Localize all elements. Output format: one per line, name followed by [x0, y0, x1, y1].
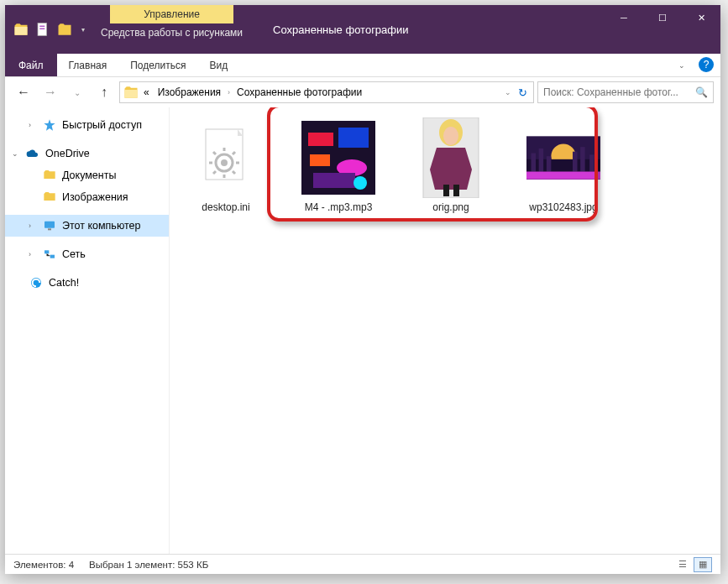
file-icon	[189, 117, 263, 198]
minimize-button[interactable]: ─	[605, 5, 643, 30]
svg-point-17	[354, 176, 367, 190]
file-label: desktop.ini	[202, 201, 249, 213]
ribbon: Файл Главная Поделиться Вид ⌄ ?	[5, 54, 720, 77]
chevron-down-icon[interactable]: ⌄	[12, 149, 20, 158]
properties-icon[interactable]	[35, 22, 50, 37]
breadcrumb[interactable]: Изображения	[155, 86, 224, 98]
star-icon	[42, 117, 57, 133]
svg-rect-16	[313, 173, 355, 188]
address-bar[interactable]: « Изображения › Сохраненные фотографии ⌄…	[119, 81, 534, 103]
chevron-down-icon[interactable]: ⌄	[503, 88, 513, 96]
qat-dropdown-icon[interactable]: ▾	[79, 25, 87, 34]
tab-home[interactable]: Главная	[57, 54, 119, 76]
forward-button[interactable]: →	[39, 81, 62, 104]
svg-rect-32	[526, 172, 600, 180]
sidebar-item-network[interactable]: › Сеть	[5, 243, 169, 265]
svg-rect-31	[589, 154, 594, 171]
file-item-wp-jpg[interactable]: wp3102483.jpg	[517, 117, 610, 213]
file-tab[interactable]: Файл	[5, 54, 57, 76]
address-row: ← → ⌄ ↑ « Изображения › Сохраненные фото…	[5, 77, 720, 107]
sidebar-item-this-pc[interactable]: › Этот компьютер	[5, 215, 169, 237]
tree-label: Быстрый доступ	[62, 119, 142, 131]
window-controls: ─ ☐ ✕	[605, 5, 720, 54]
monitor-icon	[42, 218, 57, 233]
search-icon: 🔍	[695, 86, 708, 98]
tree-label: Документы	[62, 169, 116, 181]
svg-rect-26	[532, 154, 537, 172]
explorer-window: ▾ Управление Средства работы с рисунками…	[5, 5, 720, 574]
thumbnail	[301, 117, 375, 198]
svg-point-10	[221, 159, 228, 166]
status-bar: Элементов: 4 Выбран 1 элемент: 553 КБ ☰ …	[5, 554, 720, 574]
svg-rect-2	[39, 29, 45, 30]
chevron-right-icon[interactable]: ›	[226, 88, 232, 96]
sidebar-item-pictures[interactable]: Изображения	[5, 186, 169, 208]
help-icon[interactable]: ?	[699, 57, 714, 72]
quick-access-toolbar: ▾	[5, 5, 96, 54]
breadcrumb[interactable]: «	[140, 86, 153, 98]
file-grid: desktop.ini M4 - .mp3.mp3 orig.png	[180, 117, 710, 213]
tab-picture-tools[interactable]	[239, 54, 390, 76]
close-button[interactable]: ✕	[682, 5, 720, 30]
chevron-right-icon[interactable]: ›	[29, 121, 37, 129]
search-box[interactable]: 🔍	[537, 81, 714, 103]
sidebar-item-onedrive[interactable]: ⌄ OneDrive	[5, 143, 169, 164]
refresh-icon[interactable]: ↻	[515, 85, 530, 100]
file-item-desktop-ini[interactable]: desktop.ini	[180, 117, 272, 213]
tree-label: Сеть	[62, 248, 86, 260]
tree-label: Изображения	[62, 191, 128, 203]
ribbon-context-group: Управление Средства работы с рисунками	[96, 5, 248, 54]
chevron-right-icon[interactable]: ›	[29, 250, 37, 258]
status-selection: Выбран 1 элемент: 553 КБ	[89, 560, 208, 570]
svg-rect-21	[443, 185, 449, 196]
sidebar-item-documents[interactable]: Документы	[5, 164, 169, 186]
svg-rect-14	[310, 154, 330, 166]
tab-view[interactable]: Вид	[197, 54, 239, 76]
search-input[interactable]	[543, 86, 695, 98]
main-area: › Быстрый доступ ⌄ OneDrive Документы Из…	[5, 107, 720, 554]
folder-icon	[123, 85, 139, 100]
svg-rect-12	[308, 133, 333, 146]
thumbnail	[414, 117, 488, 198]
ribbon-collapse-icon[interactable]: ⌄	[672, 54, 692, 76]
svg-rect-22	[453, 185, 459, 196]
context-tab-label[interactable]: Управление	[110, 5, 233, 23]
svg-rect-6	[50, 255, 55, 258]
maximize-button[interactable]: ☐	[643, 5, 682, 30]
folder-icon	[42, 190, 57, 205]
recent-dropdown-icon[interactable]: ⌄	[65, 81, 89, 104]
sidebar-item-quick-access[interactable]: › Быстрый доступ	[5, 114, 169, 136]
sidebar-item-catch[interactable]: Catch!	[5, 272, 169, 294]
chevron-right-icon[interactable]: ›	[29, 222, 37, 230]
tree-label: Catch!	[49, 277, 79, 289]
file-area[interactable]: desktop.ini M4 - .mp3.mp3 orig.png	[170, 107, 720, 554]
thumbnails-view-button[interactable]: ▦	[694, 557, 712, 572]
svg-rect-5	[45, 250, 49, 253]
thumbnail	[526, 117, 600, 198]
titlebar: ▾ Управление Средства работы с рисунками…	[5, 5, 720, 54]
window-title: Сохраненные фотографии	[248, 5, 605, 54]
svg-rect-4	[48, 228, 51, 230]
file-item-orig-png[interactable]: orig.png	[405, 117, 497, 213]
view-toggle: ☰ ▦	[673, 557, 712, 572]
network-icon	[42, 247, 57, 262]
context-sublabel: Средства работы с рисунками	[96, 23, 248, 42]
navigation-pane: › Быстрый доступ ⌄ OneDrive Документы Из…	[5, 107, 170, 554]
catch-icon	[29, 275, 44, 290]
tab-share[interactable]: Поделиться	[118, 54, 197, 76]
svg-rect-1	[39, 26, 45, 28]
details-view-button[interactable]: ☰	[673, 557, 692, 572]
new-folder-icon[interactable]	[57, 22, 72, 37]
file-item-mp3[interactable]: M4 - .mp3.mp3	[292, 117, 385, 213]
file-label: M4 - .mp3.mp3	[305, 201, 373, 213]
cloud-icon	[25, 146, 40, 161]
breadcrumb[interactable]: Сохраненные фотографии	[233, 86, 365, 98]
svg-rect-30	[580, 147, 585, 171]
tree-label: Этот компьютер	[62, 220, 140, 232]
svg-rect-13	[338, 128, 369, 148]
up-button[interactable]: ↑	[92, 81, 116, 104]
folder-icon	[13, 22, 29, 37]
svg-rect-27	[539, 149, 544, 172]
tree-label: OneDrive	[45, 148, 90, 159]
back-button[interactable]: ←	[12, 81, 35, 104]
